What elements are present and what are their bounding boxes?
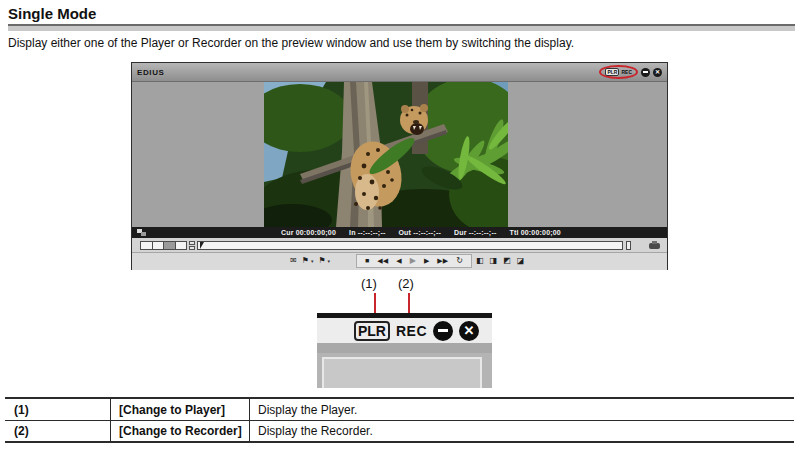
page-description: Display either one of the Player or Reco… bbox=[8, 36, 574, 50]
playback-button-group: ■ ◀◀ ◀ ▶ ▶ ▶▶ ↻ bbox=[356, 254, 472, 268]
change-to-recorder-button[interactable]: REC bbox=[621, 69, 632, 75]
change-to-player-button[interactable]: PLR bbox=[605, 68, 619, 76]
export-button[interactable]: ✉ bbox=[290, 255, 297, 267]
callout-change-to-recorder-button[interactable]: REC bbox=[396, 323, 427, 339]
timecode-out: Out--:--:--;-- bbox=[398, 229, 441, 236]
overwrite-to-timeline-button[interactable]: ◨ bbox=[490, 255, 498, 267]
rewind-button[interactable]: ◀◀ bbox=[377, 255, 388, 267]
callout-change-to-player-button[interactable]: PLR bbox=[354, 321, 390, 341]
track-endcap bbox=[626, 241, 631, 250]
table-cell-desc: Display the Recorder. bbox=[249, 421, 794, 441]
table-cell-ref: (2) bbox=[5, 421, 110, 441]
capture-button[interactable]: ◪ bbox=[517, 255, 525, 267]
table-cell-control: [Change to Player] bbox=[110, 399, 249, 420]
minimize-icon bbox=[643, 71, 648, 73]
window-title: EDIUS bbox=[137, 68, 164, 77]
timecode-dur: Dur--:--:--;-- bbox=[454, 229, 497, 236]
jog-device-icon bbox=[649, 243, 660, 249]
shuttle-slider[interactable] bbox=[140, 241, 187, 250]
timecode-ttl: Ttl00:00:00;00 bbox=[509, 229, 561, 236]
add-to-bin-button[interactable]: ◩ bbox=[503, 255, 511, 267]
table-row: (2) [Change to Recorder] Display the Rec… bbox=[5, 420, 794, 441]
video-frame-jaguar bbox=[264, 82, 508, 227]
timecode-in: In--:--:--;-- bbox=[349, 229, 385, 236]
insert-to-timeline-button[interactable]: ◧ bbox=[476, 255, 484, 267]
callout-preview-panel bbox=[317, 353, 492, 388]
callout-preview-frame bbox=[322, 357, 482, 388]
window-titlebar: EDIUS PLR REC ✕ bbox=[132, 63, 667, 82]
close-icon: ✕ bbox=[655, 69, 660, 75]
callout-titlebar: PLR REC ✕ bbox=[317, 318, 492, 343]
stereoscopic-mode-icon bbox=[137, 229, 146, 236]
minimize-icon bbox=[438, 329, 448, 332]
transport-bar: ✉ ⚑▾ ⚑▾ ■ ◀◀ ◀ ▶ ▶ ▶▶ ↻ ◧ ◨ ◩ ◪ bbox=[132, 253, 667, 270]
marker-button-group: ✉ ⚑▾ ⚑▾ bbox=[290, 254, 330, 268]
callout-toolbar-strip bbox=[317, 343, 492, 353]
stop-button[interactable]: ■ bbox=[365, 255, 369, 267]
position-track[interactable] bbox=[197, 241, 623, 250]
annotation-red-ellipse: PLR REC bbox=[599, 65, 638, 79]
callout-zoomed-corner: PLR REC ✕ bbox=[317, 313, 492, 388]
edius-preview-window: EDIUS PLR REC ✕ bbox=[131, 62, 668, 270]
callout-label-1: (1) bbox=[361, 276, 377, 291]
playhead-marker-icon[interactable] bbox=[200, 242, 207, 249]
minimize-button[interactable] bbox=[641, 68, 650, 77]
fast-forward-button[interactable]: ▶▶ bbox=[437, 255, 448, 267]
table-row: (1) [Change to Player] Display the Playe… bbox=[5, 399, 794, 420]
table-cell-ref: (1) bbox=[5, 399, 110, 420]
close-icon: ✕ bbox=[464, 324, 475, 337]
set-out-caret-icon[interactable]: ▾ bbox=[328, 258, 331, 264]
page-title: Single Mode bbox=[8, 5, 96, 22]
set-in-button[interactable]: ⚑ bbox=[302, 255, 309, 267]
callout-close-button[interactable]: ✕ bbox=[459, 321, 479, 341]
timecode-bar: Cur00:00:00;00 In--:--:--;-- Out--:--:--… bbox=[132, 227, 667, 238]
set-out-button[interactable]: ⚑ bbox=[318, 255, 325, 267]
table-cell-desc: Display the Player. bbox=[249, 399, 794, 420]
loop-playback-button[interactable]: ↻ bbox=[456, 255, 463, 267]
previous-frame-button[interactable]: ◀ bbox=[396, 255, 401, 267]
position-row bbox=[132, 238, 667, 253]
play-button[interactable]: ▶ bbox=[410, 255, 416, 267]
reference-table: (1) [Change to Player] Display the Playe… bbox=[5, 397, 794, 443]
edit-button-group: ◧ ◨ ◩ ◪ bbox=[476, 254, 524, 268]
timecode-cur: Cur00:00:00;00 bbox=[281, 229, 336, 236]
shuttle-spinner[interactable] bbox=[189, 241, 195, 250]
heading-rule bbox=[8, 24, 795, 31]
callout-minimize-button[interactable] bbox=[433, 321, 453, 341]
close-button[interactable]: ✕ bbox=[653, 68, 662, 77]
preview-area bbox=[132, 82, 667, 227]
callout-label-2: (2) bbox=[398, 276, 414, 291]
table-cell-control: [Change to Recorder] bbox=[110, 421, 249, 441]
next-frame-button[interactable]: ▶ bbox=[424, 255, 429, 267]
set-in-caret-icon[interactable]: ▾ bbox=[311, 258, 314, 264]
